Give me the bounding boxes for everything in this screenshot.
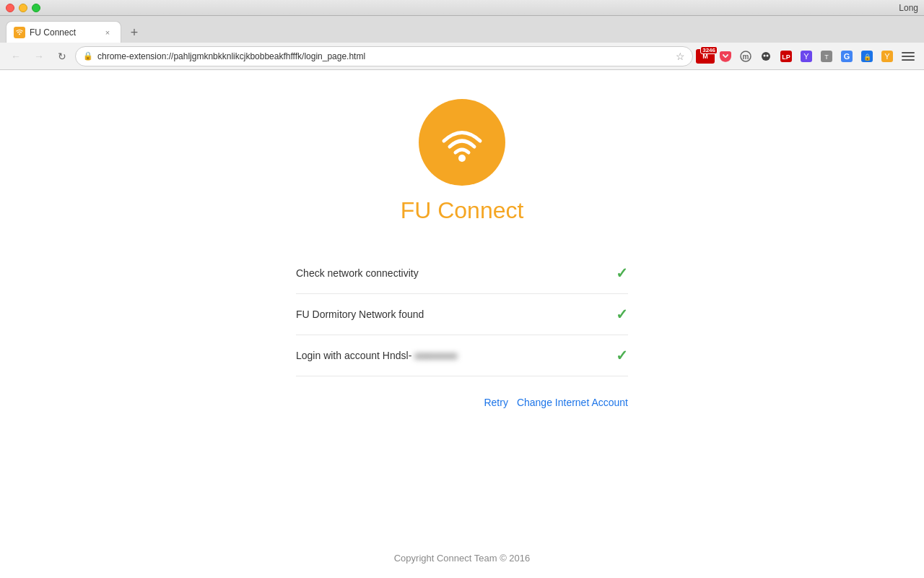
title-bar-right: Long <box>875 3 918 13</box>
minimize-button[interactable] <box>19 4 27 12</box>
page-content: FU Connect Check network connectivity ✓ … <box>0 70 924 578</box>
tab-label: FU Connect <box>30 27 97 38</box>
active-tab[interactable]: FU Connect × <box>6 21 121 43</box>
app-title: FU Connect <box>401 197 524 224</box>
gray-extension-icon[interactable]: T <box>817 47 836 66</box>
y-extension-icon[interactable]: Y <box>797 47 816 66</box>
forward-button[interactable]: → <box>29 46 49 66</box>
lock-icon: 🔒 <box>83 51 93 61</box>
status-label-2: FU Dormitory Network found <box>296 309 424 320</box>
footer: Copyright Connect Team © 2016 <box>0 553 924 564</box>
shield-extension-icon[interactable]: 🔒 <box>858 47 876 66</box>
bookmark-star-icon[interactable]: ☆ <box>676 51 685 62</box>
gmail-icon: M 3246 <box>696 49 715 64</box>
svg-text:G: G <box>844 52 850 61</box>
status-item-2: FU Dormitory Network found ✓ <box>296 294 628 335</box>
ghostery-extension-icon[interactable] <box>757 47 775 66</box>
svg-point-3 <box>762 52 770 61</box>
svg-text:T: T <box>824 53 829 61</box>
blurred-account: ●●●●●●● <box>411 350 457 361</box>
logo-container: FU Connect <box>401 99 524 224</box>
copyright-text: Copyright Connect Team © 2016 <box>394 553 531 564</box>
svg-point-4 <box>764 54 766 56</box>
tab-favicon <box>14 27 25 38</box>
menu-line-3 <box>902 59 915 61</box>
status-label-3: Login with account Hndsl- ●●●●●●● <box>296 350 457 361</box>
status-check-1: ✓ <box>616 264 628 282</box>
svg-text:Y: Y <box>884 52 890 61</box>
logo-circle <box>419 99 505 186</box>
close-button[interactable] <box>6 4 14 12</box>
gmail-badge: 3246 <box>700 46 718 54</box>
tab-close-button[interactable]: × <box>102 27 113 38</box>
tab-bar: FU Connect × + <box>0 16 924 43</box>
svg-text:m: m <box>743 53 749 61</box>
pocket-extension-icon[interactable] <box>716 47 735 66</box>
status-check-3: ✓ <box>616 347 628 364</box>
address-bar[interactable]: 🔒 chrome-extension://pahljgmknbkknlikcjk… <box>75 46 693 66</box>
status-item-3: Login with account Hndsl- ●●●●●●● ✓ <box>296 335 628 376</box>
svg-text:LP: LP <box>782 53 790 61</box>
google-translate-icon[interactable]: G <box>837 47 856 66</box>
menu-line-1 <box>902 52 915 53</box>
svg-text:Y: Y <box>803 52 809 61</box>
retry-link[interactable]: Retry <box>484 397 507 408</box>
gmail-extension-icon[interactable]: M 3246 <box>696 47 715 66</box>
status-label-1: Check network connectivity <box>296 267 419 279</box>
svg-point-18 <box>458 155 466 162</box>
status-item-1: Check network connectivity ✓ <box>296 253 628 294</box>
status-check-2: ✓ <box>616 306 628 323</box>
title-bar: Long <box>0 0 924 16</box>
action-buttons: Retry Change Internet Account <box>296 397 628 408</box>
svg-point-0 <box>19 33 20 35</box>
browser-extensions: M 3246 m LP Y T <box>696 46 918 66</box>
maximize-button[interactable] <box>32 4 40 12</box>
reload-button[interactable]: ↻ <box>52 46 72 66</box>
orange-extension-icon[interactable]: Y <box>878 47 897 66</box>
svg-point-5 <box>767 54 769 56</box>
back-button[interactable]: ← <box>6 46 26 66</box>
user-name: Long <box>899 3 918 13</box>
chrome-menu-button[interactable] <box>898 46 918 66</box>
address-text: chrome-extension://pahljgmknbkknlikcjkbo… <box>97 51 671 61</box>
new-tab-button[interactable]: + <box>124 22 144 43</box>
address-bar-area: ← → ↻ 🔒 chrome-extension://pahljgmknbkkn… <box>0 43 924 70</box>
traffic-lights <box>6 4 40 12</box>
lastpass-extension-icon[interactable]: LP <box>777 47 796 66</box>
menu-line-2 <box>902 56 915 57</box>
svg-text:🔒: 🔒 <box>863 53 872 61</box>
mozilla-extension-icon[interactable]: m <box>736 47 755 66</box>
change-account-link[interactable]: Change Internet Account <box>517 397 628 408</box>
status-list: Check network connectivity ✓ FU Dormitor… <box>296 253 628 376</box>
